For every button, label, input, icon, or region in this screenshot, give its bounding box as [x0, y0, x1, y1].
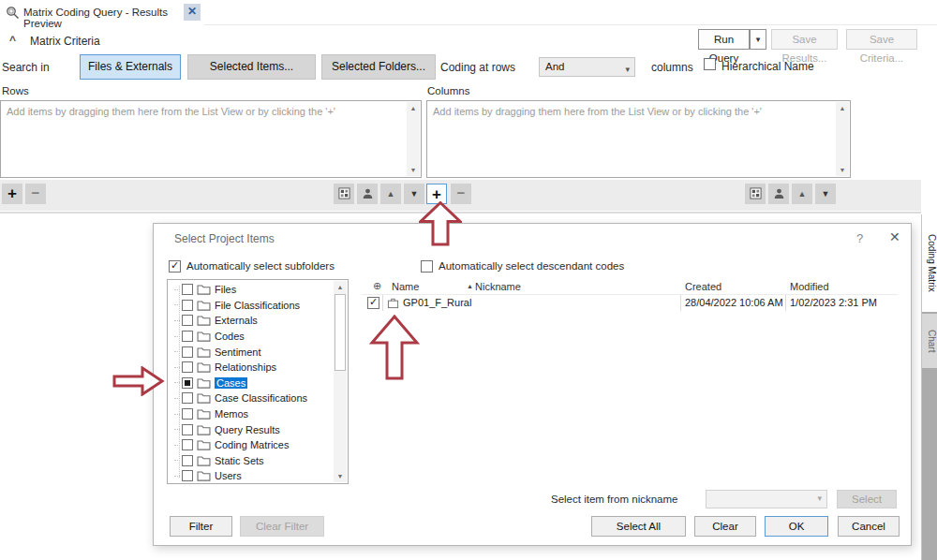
rows-panel-scrollbar[interactable]: ▲ ▼ [407, 102, 420, 176]
tree-item-checkbox[interactable] [182, 439, 193, 450]
select-button[interactable]: Select [837, 490, 897, 508]
run-query-dropdown-icon[interactable]: ▾ [750, 29, 766, 50]
scroll-up-icon[interactable]: ▲ [836, 102, 849, 114]
tab-matrix-coding-query[interactable]: Matrix Coding Query - Results Preview [0, 0, 204, 25]
side-tab-strip: Coding Matrix Chart [921, 214, 937, 560]
tree-item-case-classifications[interactable]: Case Classifications [168, 391, 333, 406]
row-modified: 1/02/2023 2:31 PM [790, 297, 877, 308]
tree-scrollbar[interactable]: ▲ ▼ [334, 281, 347, 482]
rows-person-icon[interactable] [357, 184, 378, 204]
clear-filter-button[interactable]: Clear Filter [240, 516, 324, 537]
scroll-down-icon[interactable]: ▼ [334, 470, 347, 482]
tree-item-checkbox[interactable] [182, 377, 193, 389]
help-icon[interactable]: ? [856, 231, 863, 245]
columns-person-icon[interactable] [768, 184, 789, 204]
columns-items-panel[interactable]: Add items by dragging them here from the… [426, 100, 851, 178]
tab-chart[interactable]: Chart [922, 314, 937, 368]
rows-add-button[interactable]: + [2, 184, 22, 204]
tab-title: Matrix Coding Query - Results Preview [23, 7, 204, 29]
select-from-nickname-label: Select item from nickname [551, 494, 678, 505]
tree-guide-stub [174, 382, 180, 383]
collapse-chevron-icon[interactable]: ^ [9, 34, 16, 47]
folder-icon [197, 439, 211, 450]
row-checkbox[interactable] [367, 297, 379, 309]
auto-subfolders-checkbox[interactable] [169, 260, 181, 273]
scope-selected-items-button[interactable]: Selected Items... [187, 54, 316, 80]
tree-item-externals[interactable]: Externals [168, 313, 333, 329]
tree-item-label: Relationships [215, 361, 276, 373]
filter-button[interactable]: Filter [170, 516, 232, 537]
select-all-button[interactable]: Select All [591, 516, 686, 537]
columns-move-down-button[interactable]: ▼ [815, 184, 836, 204]
tree-item-checkbox[interactable] [182, 346, 193, 358]
tree-item-cases[interactable]: Cases [168, 376, 333, 391]
column-header-modified[interactable]: Modified [790, 281, 829, 292]
tree-item-query-results[interactable]: Query Results [168, 421, 333, 437]
column-header-created[interactable]: Created [685, 281, 721, 292]
tree-item-files[interactable]: Files [168, 282, 333, 298]
tree-item-checkbox[interactable] [182, 361, 193, 373]
nickname-dropdown[interactable]: ▾ [706, 490, 827, 508]
columns-move-up-button[interactable]: ▲ [792, 184, 812, 204]
tree-item-checkbox[interactable] [182, 315, 193, 326]
columns-remove-button[interactable]: − [451, 184, 471, 204]
tree-item-sentiment[interactable]: Sentiment [168, 344, 333, 360]
columns-add-button[interactable]: + [426, 184, 447, 204]
tree-item-checkbox[interactable] [182, 392, 193, 404]
tree-item-relationships[interactable]: Relationships [168, 360, 333, 376]
folder-icon [197, 408, 211, 420]
tab-close-icon[interactable]: ✕ [184, 4, 201, 21]
tree-item-memos[interactable]: Memos [168, 406, 333, 422]
tree-item-checkbox[interactable] [182, 470, 193, 481]
rows-move-down-button[interactable]: ▼ [404, 184, 424, 204]
tree-guide-stub [174, 367, 180, 368]
tree-item-checkbox[interactable] [182, 300, 193, 311]
hierarchical-name-checkbox[interactable] [704, 58, 716, 70]
tree-item-users[interactable]: Users [168, 468, 333, 484]
tree-item-label: File Classifications [215, 300, 300, 311]
rows-remove-button[interactable]: − [25, 184, 46, 204]
tree-item-checkbox[interactable] [182, 408, 193, 420]
folder-icon [197, 424, 211, 435]
column-header-name[interactable]: Name [392, 281, 419, 292]
rows-move-up-button[interactable]: ▲ [380, 184, 401, 204]
tree-guide-stub [174, 336, 180, 337]
scroll-up-icon[interactable]: ▲ [407, 102, 420, 114]
tree-item-codes[interactable]: Codes [168, 329, 333, 345]
auto-descendants-checkbox[interactable] [421, 260, 433, 273]
tree-item-static-sets[interactable]: Static Sets [168, 453, 333, 469]
tree-item-checkbox[interactable] [182, 331, 193, 342]
tree-item-label: Case Classifications [215, 392, 307, 404]
tab-coding-matrix[interactable]: Coding Matrix [922, 214, 937, 312]
tree-item-file-classifications[interactable]: File Classifications [168, 298, 333, 314]
folder-icon [197, 377, 211, 389]
scroll-up-icon[interactable]: ▲ [334, 281, 347, 293]
tree-item-checkbox[interactable] [182, 284, 193, 295]
scope-files-externals-button[interactable]: Files & Externals [80, 54, 181, 80]
columns-panel-scrollbar[interactable]: ▲ ▼ [836, 102, 849, 176]
tree-item-checkbox[interactable] [182, 455, 193, 466]
ok-button[interactable]: OK [765, 516, 828, 537]
scope-selected-folders-button[interactable]: Selected Folders... [321, 54, 436, 80]
project-tree-panel: FilesFile ClassificationsExternalsCodesS… [167, 279, 349, 484]
save-results-button[interactable]: Save Results... [771, 29, 838, 50]
expand-all-icon[interactable]: ⊕ [373, 280, 381, 292]
tree-item-coding-matrices[interactable]: Coding Matrices [168, 437, 333, 453]
section-divider [0, 212, 921, 214]
columns-matrix-icon[interactable] [745, 184, 766, 204]
tree-item-checkbox[interactable] [182, 424, 193, 435]
operator-dropdown[interactable]: And ▾ [539, 57, 635, 77]
scroll-thumb[interactable] [335, 294, 346, 371]
scroll-down-icon[interactable]: ▼ [407, 164, 420, 176]
save-criteria-button[interactable]: Save Criteria... [846, 29, 917, 50]
rows-matrix-icon[interactable] [334, 184, 354, 204]
cancel-button[interactable]: Cancel [838, 516, 900, 537]
dialog-close-icon[interactable]: ✕ [889, 229, 900, 244]
rows-items-panel[interactable]: Add items by dragging them here from the… [0, 100, 422, 178]
clear-button[interactable]: Clear [694, 516, 756, 537]
columns-word-label: columns [651, 61, 693, 74]
run-query-button[interactable]: Run Query [698, 29, 750, 50]
scroll-down-icon[interactable]: ▼ [836, 164, 849, 176]
table-row[interactable]: GP01_F_Rural28/04/2022 10:06 AM1/02/2023… [362, 295, 898, 311]
column-header-nickname[interactable]: Nickname [475, 281, 521, 292]
